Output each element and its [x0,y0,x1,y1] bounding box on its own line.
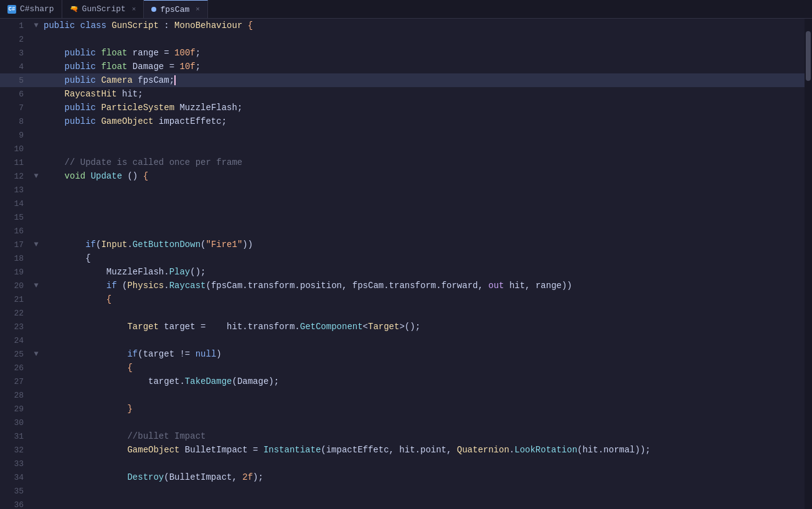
line-number: 5 [0,76,31,85]
csharp-icon: C# [7,5,16,14]
code-line: 22· [0,306,805,320]
fold-icon: · [31,213,41,222]
fold-icon: · [31,459,41,468]
fold-icon: · [31,391,41,399]
code-content: { [41,363,805,373]
line-number: 27 [0,377,31,386]
code-content: { [41,253,805,263]
code-content: { [41,294,805,304]
fold-icon[interactable]: ▼ [31,350,41,358]
line-number: 24 [0,336,31,345]
code-line: 2· [0,32,805,46]
code-line: 5· public Camera fpsCam; [0,73,805,87]
fold-icon: · [31,336,41,345]
tab-gunscript[interactable]: 🔫 GunScript × [62,0,144,18]
line-number: 20 [0,281,31,291]
fold-icon[interactable]: ▼ [31,172,41,180]
line-number: 1 [0,21,31,30]
code-line: 4· public float Damage = 10f; [0,60,805,73]
fold-icon: · [31,117,41,126]
fold-icon: · [31,90,41,98]
fold-icon[interactable]: ▼ [31,21,41,30]
code-line: 36· [0,498,805,509]
tab-csharp[interactable]: C# C#sharp [0,0,62,18]
line-number: 21 [0,295,31,304]
code-line: 20▼ if (Physics.Raycast(fpsCam.transform… [0,279,805,292]
code-line: 10· [0,142,805,156]
fold-icon: · [31,158,41,167]
code-line: 14· [0,197,805,210]
line-number: 26 [0,363,31,373]
fold-icon: · [31,322,41,331]
fold-icon: · [31,363,41,372]
fold-icon: · [31,268,41,276]
line-number: 12 [0,172,31,181]
scrollbar-vertical[interactable] [805,19,812,509]
code-line: 35· [0,484,805,498]
code-line: 23· Target target = hit.transform.GetCom… [0,320,805,334]
fold-icon: · [31,199,41,208]
fold-icon: · [31,473,41,482]
code-content: Destroy(BulletImpact, 2f); [41,472,805,482]
line-number: 33 [0,459,31,469]
fold-icon: · [31,226,41,235]
code-content: target.TakeDamge(Damage); [41,376,805,386]
tab-fpscam[interactable]: fpsCam × [144,0,207,18]
line-number: 4 [0,62,31,72]
code-line: 21· { [0,292,805,306]
fold-icon[interactable]: ▼ [31,240,41,249]
code-line: 1▼public class GunScript : MonoBehaviour… [0,19,805,32]
fold-icon: · [31,35,41,44]
line-number: 30 [0,418,31,427]
code-line: 18· { [0,251,805,265]
fold-icon[interactable]: ▼ [31,281,41,290]
code-line: 29· } [0,402,805,416]
line-number: 17 [0,240,31,250]
line-number: 10 [0,144,31,154]
scrollbar-thumb[interactable] [806,31,811,81]
code-line: 28· [0,388,805,402]
close-icon: × [132,6,136,13]
code-content: GameObject BulletImpact = Instantiate(im… [41,445,805,455]
line-number: 6 [0,90,31,99]
code-content: MuzzleFlash.Play(); [41,267,805,277]
tab-bar: C# C#sharp 🔫 GunScript × fpsCam × [0,0,812,19]
code-line: 15· [0,210,805,224]
fold-icon: · [31,185,41,194]
line-number: 35 [0,487,31,496]
code-line: 17▼ if(Input.GetButtonDown("Fire1")) [0,238,805,251]
line-number: 8 [0,117,31,126]
fold-icon: · [31,49,41,57]
line-number: 3 [0,49,31,58]
tab-label: fpsCam [160,5,189,14]
fold-icon: · [31,295,41,304]
fold-icon: · [31,103,41,112]
line-number: 31 [0,432,31,441]
line-number: 11 [0,158,31,167]
code-line: 13· [0,183,805,197]
close-icon: × [196,6,200,13]
code-line: 8· public GameObject impactEffetc; [0,114,805,128]
line-number: 36 [0,500,31,510]
code-content: // Update is called once per frame [41,157,805,167]
line-number: 25 [0,350,31,359]
code-content: public Camera fpsCam; [41,75,805,85]
code-content: public float Damage = 10f; [41,62,805,72]
line-number: 22 [0,309,31,318]
tab-label: GunScript [82,4,126,14]
code-line: 16· [0,224,805,238]
line-number: 32 [0,446,31,455]
fold-icon: · [31,62,41,71]
dot-icon [151,7,156,12]
code-line: 19· MuzzleFlash.Play(); [0,265,805,279]
code-line: 11· // Update is called once per frame [0,156,805,169]
code-content: Target target = hit.transform.GetCompone… [41,322,805,332]
code-line: 25▼ if(target != null) [0,347,805,361]
line-number: 18 [0,254,31,263]
fold-icon: · [31,418,41,427]
code-area[interactable]: 1▼public class GunScript : MonoBehaviour… [0,19,805,509]
code-content: RaycastHit hit; [41,89,805,99]
code-line: 27· target.TakeDamge(Damage); [0,375,805,388]
line-number: 13 [0,185,31,195]
line-number: 16 [0,226,31,236]
